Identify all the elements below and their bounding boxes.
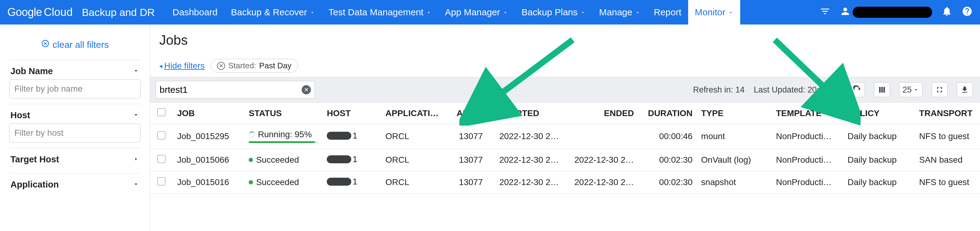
product-name: Backup and DR bbox=[82, 6, 155, 18]
row-checkbox[interactable] bbox=[158, 131, 165, 139]
cell-job: Job_0015066 bbox=[173, 149, 244, 171]
chevron-down-icon bbox=[728, 7, 733, 18]
search-box: ✕ bbox=[156, 81, 315, 99]
cell-type: mount bbox=[697, 124, 772, 149]
caret-down-icon bbox=[133, 66, 139, 76]
col-status[interactable]: STATUS bbox=[244, 103, 323, 124]
col-host[interactable]: HOST bbox=[323, 103, 381, 124]
table-row[interactable]: Job_0015016 Succeeded 1 ORCL 13077 2022-… bbox=[150, 171, 980, 194]
redacted-host bbox=[327, 132, 351, 140]
cell-type: OnVault (log) bbox=[697, 149, 772, 171]
nav-report[interactable]: Report bbox=[647, 0, 688, 24]
col-policy[interactable]: POLICY bbox=[843, 103, 915, 124]
download-button[interactable] bbox=[957, 83, 973, 97]
filter-head-target-host[interactable]: Target Host bbox=[9, 153, 140, 167]
cell-application: ORCL bbox=[381, 171, 447, 194]
redacted-host bbox=[327, 155, 351, 163]
notifications-icon[interactable] bbox=[942, 6, 953, 19]
clear-search-icon[interactable]: ✕ bbox=[302, 85, 311, 94]
nav-dashboard[interactable]: Dashboard bbox=[166, 0, 224, 24]
job-name-input[interactable] bbox=[9, 80, 140, 98]
chevron-down-icon bbox=[426, 7, 431, 18]
hide-filters-toggle[interactable]: ◂ Hide filters bbox=[159, 61, 205, 71]
nav-backup-recover[interactable]: Backup & Recover bbox=[224, 0, 321, 24]
caret-down-icon bbox=[133, 110, 139, 120]
redacted-username bbox=[853, 7, 932, 18]
help-icon[interactable] bbox=[962, 6, 973, 19]
clear-all-filters[interactable]: clear all filters bbox=[9, 34, 140, 60]
caret-right-icon bbox=[133, 155, 139, 164]
col-template[interactable]: TEMPLATE bbox=[772, 103, 843, 124]
caret-down-icon bbox=[133, 180, 139, 190]
cell-host: 1 bbox=[323, 171, 381, 194]
col-started[interactable]: STARTED bbox=[495, 103, 566, 124]
remove-chip-icon[interactable]: ✕ bbox=[217, 62, 225, 70]
col-job[interactable]: JOB bbox=[173, 103, 244, 124]
cell-appid: 13077 bbox=[446, 171, 495, 194]
filter-head-host[interactable]: Host bbox=[9, 108, 140, 123]
col-transport[interactable]: TRANSPORT bbox=[915, 103, 980, 124]
cell-status: Running: 95% bbox=[244, 124, 323, 149]
cell-ended: 2022-12-30 2… bbox=[566, 171, 638, 194]
filter-sidebar: clear all filters Job Name Host Target H… bbox=[0, 24, 150, 231]
refresh-button[interactable] bbox=[849, 83, 865, 97]
columns-button[interactable] bbox=[874, 83, 890, 97]
progress-bar bbox=[249, 141, 318, 143]
host-input[interactable] bbox=[9, 123, 140, 142]
cell-status: Succeeded bbox=[244, 149, 323, 171]
col-duration[interactable]: DURATION bbox=[638, 103, 697, 124]
filter-head-application[interactable]: Application bbox=[9, 178, 140, 193]
col-ended[interactable]: ENDED bbox=[566, 103, 638, 124]
spinner-icon bbox=[249, 131, 255, 137]
row-checkbox[interactable] bbox=[158, 177, 165, 185]
cell-started: 2022-12-30 2… bbox=[495, 124, 566, 149]
chevron-down-icon bbox=[635, 7, 640, 18]
table-row[interactable]: Job_0015295 Running: 95% 1 ORCL 13077 20… bbox=[150, 124, 980, 149]
success-dot-icon bbox=[249, 158, 253, 162]
col-type[interactable]: TYPE bbox=[697, 103, 772, 124]
chevron-down-icon bbox=[580, 7, 585, 18]
cell-policy: Daily backup bbox=[843, 171, 915, 194]
redacted-host bbox=[327, 178, 351, 186]
page-size-select[interactable]: 25 bbox=[899, 83, 923, 97]
cell-appid: 13077 bbox=[446, 124, 495, 149]
fullscreen-button[interactable] bbox=[932, 83, 948, 97]
brand-logo: Google Cloud bbox=[7, 6, 73, 19]
cell-policy: Daily backup bbox=[843, 124, 915, 149]
nav-backup-plans[interactable]: Backup Plans bbox=[515, 0, 592, 24]
top-bar: Google Cloud Backup and DR Dashboard Bac… bbox=[0, 0, 980, 24]
cell-job: Job_0015016 bbox=[173, 171, 244, 194]
col-application[interactable]: APPLICATI… bbox=[381, 103, 447, 124]
nav-app-manager[interactable]: App Manager bbox=[438, 0, 515, 24]
row-checkbox[interactable] bbox=[158, 155, 165, 163]
nav-monitor[interactable]: Monitor bbox=[688, 0, 740, 24]
search-input[interactable] bbox=[159, 84, 302, 95]
filter-chip-started[interactable]: ✕ Started: Past Day bbox=[211, 59, 298, 73]
filter-icon[interactable] bbox=[819, 6, 830, 19]
main-nav: Dashboard Backup & Recover Test Data Man… bbox=[166, 0, 740, 24]
select-all-checkbox[interactable] bbox=[158, 108, 165, 116]
clear-icon bbox=[41, 39, 49, 50]
filter-job-name: Job Name bbox=[9, 60, 140, 104]
table-row[interactable]: Job_0015066 Succeeded 1 ORCL 13077 2022-… bbox=[150, 149, 980, 171]
nav-manage[interactable]: Manage bbox=[592, 0, 647, 24]
cell-policy: Daily backup bbox=[843, 149, 915, 171]
main-content: Jobs ◂ Hide filters ✕ Started: Past Day … bbox=[150, 24, 980, 231]
nav-test-data[interactable]: Test Data Management bbox=[322, 0, 438, 24]
cell-started: 2022-12-30 2… bbox=[495, 171, 566, 194]
cell-transport: NFS to guest bbox=[915, 171, 980, 194]
chevron-down-icon bbox=[503, 7, 508, 18]
col-appid[interactable]: APPID bbox=[446, 103, 495, 124]
cell-transport: SAN based bbox=[915, 149, 980, 171]
cell-template: NonProducti… bbox=[772, 171, 843, 194]
status-text: Running: 95% bbox=[258, 130, 312, 139]
cell-duration: 00:02:30 bbox=[638, 171, 697, 194]
filter-application: Application bbox=[9, 173, 140, 198]
user-icon[interactable] bbox=[840, 6, 851, 19]
filter-head-job-name[interactable]: Job Name bbox=[9, 64, 140, 80]
cell-duration: 00:00:46 bbox=[638, 124, 697, 149]
cell-ended: 2022-12-30 2… bbox=[566, 149, 638, 171]
cell-job: Job_0015295 bbox=[173, 124, 244, 149]
cell-host: 1 bbox=[323, 149, 381, 171]
cell-status: Succeeded bbox=[244, 171, 323, 194]
